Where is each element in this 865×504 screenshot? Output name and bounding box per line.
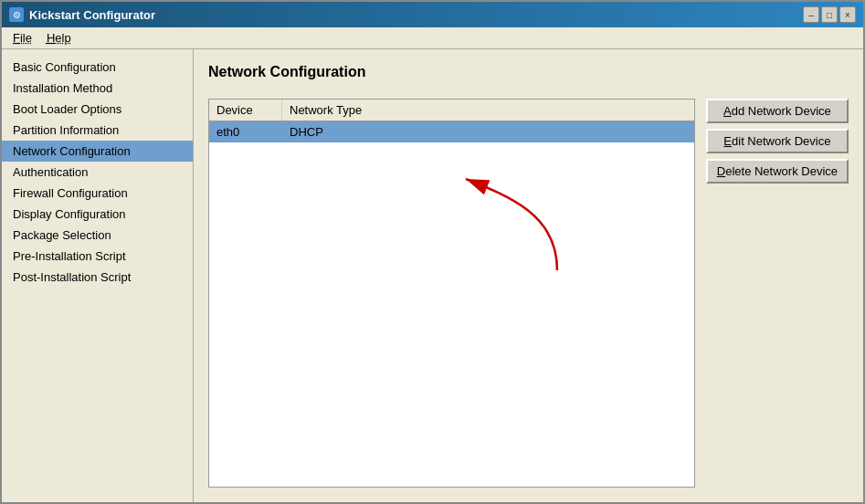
close-button[interactable]: × bbox=[839, 6, 856, 23]
main-window: ⚙ Kickstart Configurator – □ × File Help… bbox=[0, 0, 865, 504]
table-header: Device Network Type bbox=[209, 100, 694, 121]
network-table-container: Device Network Type eth0 DHCP bbox=[208, 99, 695, 488]
sidebar-item-firewall-configuration[interactable]: Firewall Configuration bbox=[2, 183, 193, 204]
cell-device: eth0 bbox=[209, 121, 282, 142]
sidebar-item-boot-loader-options[interactable]: Boot Loader Options bbox=[2, 99, 193, 120]
menu-bar: File Help bbox=[2, 27, 863, 49]
delete-network-device-button[interactable]: Delete Network Device bbox=[706, 159, 849, 184]
sidebar-item-authentication[interactable]: Authentication bbox=[2, 162, 193, 183]
sidebar-item-display-configuration[interactable]: Display Configuration bbox=[2, 204, 193, 225]
menu-help[interactable]: Help bbox=[39, 29, 79, 47]
minimize-button[interactable]: – bbox=[803, 6, 819, 23]
menu-file[interactable]: File bbox=[5, 29, 39, 47]
sidebar-item-network-configuration[interactable]: Network Configuration bbox=[2, 141, 193, 162]
sidebar-item-basic-configuration[interactable]: Basic Configuration bbox=[2, 57, 193, 78]
annotation-arrow bbox=[438, 161, 585, 279]
sidebar-item-pre-installation-script[interactable]: Pre-Installation Script bbox=[2, 246, 193, 267]
sidebar-item-package-selection[interactable]: Package Selection bbox=[2, 225, 193, 246]
cell-network-type: DHCP bbox=[282, 121, 694, 142]
sidebar-item-post-installation-script[interactable]: Post-Installation Script bbox=[2, 267, 193, 288]
maximize-button[interactable]: □ bbox=[821, 6, 838, 23]
window-title: Kickstart Configurator bbox=[29, 8, 155, 22]
sidebar-item-installation-method[interactable]: Installation Method bbox=[2, 78, 193, 99]
title-bar-left: ⚙ Kickstart Configurator bbox=[9, 7, 155, 22]
content-area: Network Configuration Device Network Typ… bbox=[194, 49, 863, 502]
table-body: eth0 DHCP bbox=[209, 121, 694, 487]
table-row[interactable]: eth0 DHCP bbox=[209, 121, 694, 142]
edit-network-device-button[interactable]: Edit Network Device bbox=[706, 129, 849, 153]
main-content: Basic Configuration Installation Method … bbox=[2, 49, 863, 502]
col-header-network-type: Network Type bbox=[282, 100, 694, 121]
title-bar-controls: – □ × bbox=[803, 6, 856, 23]
buttons-panel: Add Network Device Edit Network Device D… bbox=[706, 99, 849, 488]
sidebar-item-partition-information[interactable]: Partition Information bbox=[2, 120, 193, 141]
add-network-device-button[interactable]: Add Network Device bbox=[706, 99, 849, 123]
network-layout: Device Network Type eth0 DHCP bbox=[208, 99, 849, 488]
sidebar: Basic Configuration Installation Method … bbox=[2, 49, 194, 502]
app-icon: ⚙ bbox=[9, 7, 24, 22]
page-title: Network Configuration bbox=[208, 64, 849, 80]
col-header-device: Device bbox=[209, 100, 282, 121]
title-bar: ⚙ Kickstart Configurator – □ × bbox=[2, 2, 863, 27]
